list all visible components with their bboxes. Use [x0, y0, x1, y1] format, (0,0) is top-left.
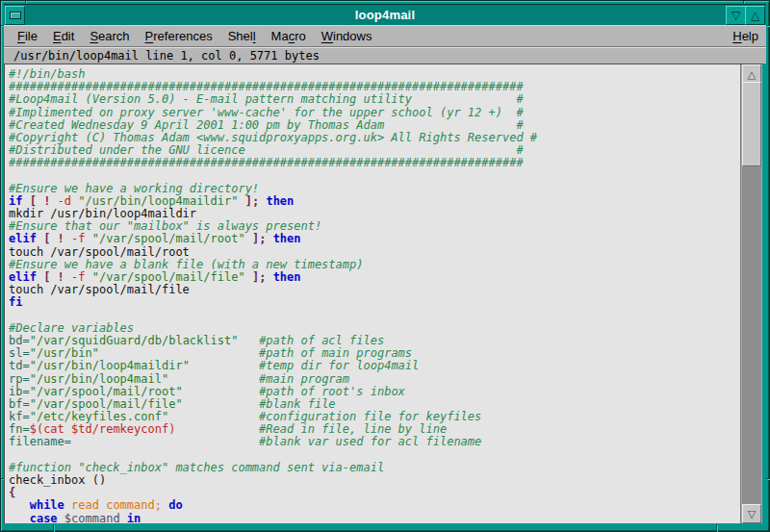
code-line: fn=$(cat $td/remkeyconf) #Read in file, … [9, 422, 741, 435]
shade-button[interactable]: ▽ [726, 6, 746, 25]
frame-notch [716, 524, 717, 531]
code-line: #Loop4mail (Version 5.0) - E-mail patter… [9, 92, 741, 105]
vertical-scrollbar[interactable]: △ ▽ [740, 64, 762, 523]
code-line: mkdir /usr/bin/loop4maildir [9, 207, 741, 219]
maximize-button[interactable]: △ [745, 6, 765, 25]
code-line: bf="/var/spool/mail/file" #blank file [9, 397, 741, 410]
frame-notch [766, 25, 769, 26]
menu-item-macro[interactable]: Macro [264, 27, 314, 45]
menu-item-file[interactable]: File [10, 27, 45, 45]
code-line: #Distributed under the GNU licence # [9, 143, 741, 156]
code-line: #!/bin/bash [9, 67, 741, 80]
code-line: touch /var/spool/mail/file [9, 283, 741, 295]
code-line: #function "check_inbox" matches command … [9, 461, 741, 473]
code-line: ########################################… [9, 80, 741, 92]
code-line [9, 448, 741, 461]
stats-text: /usr/bin/loop4mail line 1, col 0, 5771 b… [13, 49, 320, 63]
code-line: elif [ ! -f "/var/spool/mail/root" ]; th… [9, 232, 741, 244]
code-line: sl="/usr/bin" #path of main programs [9, 346, 741, 359]
window-frame: loop4mail ▽ △ FileEditSearchPreferencesS… [0, 0, 770, 532]
scroll-down-icon: ▽ [748, 509, 756, 519]
code-line: td="/usr/bin/loop4maildir" #temp dir for… [9, 359, 741, 371]
code-line: fi [9, 295, 741, 308]
code-line: if [ ! -d "/usr/bin/loop4maildir" ]; the… [9, 194, 741, 207]
code-line: kf="/etc/keyfiles.conf" #configuration f… [9, 410, 741, 422]
code-line [9, 169, 741, 182]
code-line: check_inbox () [9, 473, 741, 486]
code-line: { [9, 486, 741, 498]
menu-item-help[interactable]: Help [725, 27, 766, 45]
code-line: bd="/var/squidGuard/db/blacklist" #path … [9, 334, 741, 346]
menu-item-windows[interactable]: Windows [314, 27, 380, 45]
menu-item-search[interactable]: Search [82, 27, 137, 45]
scroll-up-icon: △ [748, 69, 756, 79]
maximize-triangle-icon: △ [751, 10, 759, 21]
scrollbar-thumb[interactable] [742, 82, 761, 166]
code-line: #Declare variables [9, 321, 741, 334]
menu-item-shell[interactable]: Shell [220, 27, 264, 45]
scrollbar-trough[interactable] [742, 82, 761, 506]
code-line: ########################################… [9, 156, 741, 168]
code-line: #Created Wednesday 9 April 2001 1:00 pm … [9, 118, 741, 131]
code-line: #Ensure we have a working directory! [9, 182, 741, 194]
text-area[interactable]: #!/bin/bash#############################… [5, 64, 741, 523]
scroll-up-button[interactable]: △ [742, 64, 761, 84]
shade-triangle-icon: ▽ [732, 10, 740, 21]
editor: #!/bin/bash#############################… [4, 63, 762, 523]
code-line: #Implimented on proxy server 'www-cache'… [9, 106, 741, 118]
scroll-down-button[interactable]: ▽ [742, 504, 761, 523]
code-line: case $command in [9, 512, 741, 523]
code-line: #Ensure that our "mailbox" is always pre… [9, 219, 741, 232]
code-line: #Ensure we have a blank file (with a new… [9, 258, 741, 270]
code-line: touch /var/spool/mail/root [9, 245, 741, 258]
menu-item-preferences[interactable]: Preferences [138, 27, 220, 45]
frame-notch [766, 478, 769, 479]
code-line: elif [ ! -f "/var/spool/mail/file" ]; th… [9, 270, 741, 283]
code-line: #Copyright (C) Thomas Adam <www.squidpro… [9, 131, 741, 143]
code-line: while read command; do [9, 498, 741, 511]
window-title: loop4mail [4, 5, 766, 25]
frame-notch [53, 524, 54, 531]
titlebar[interactable]: loop4mail ▽ △ [4, 4, 766, 26]
stats-line: /usr/bin/loop4mail line 1, col 0, 5771 b… [4, 47, 766, 63]
code-line: ib="/var/spool/mail/root" #path of root'… [9, 385, 741, 397]
code-line: rp="/usr/bin/loop4mail" #main program [9, 372, 741, 385]
menubar: FileEditSearchPreferencesShellMacroWindo… [4, 25, 766, 47]
code-line: filename= #blank var used for acl filena… [9, 435, 741, 447]
code-line [9, 309, 741, 321]
menu-item-edit[interactable]: Edit [45, 27, 82, 45]
